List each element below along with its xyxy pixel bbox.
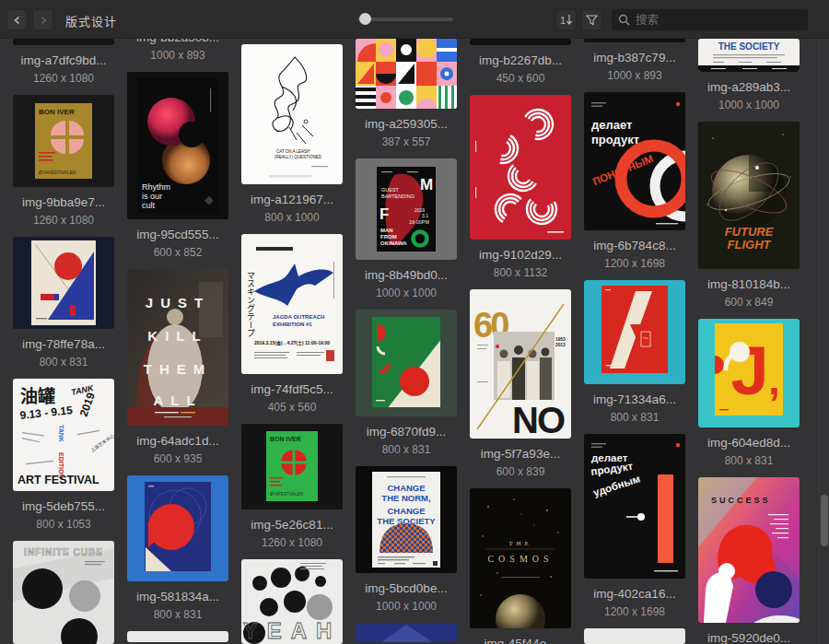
image-thumbnail[interactable] [356,310,457,416]
grid-item[interactable]: CAT ON A LEASH (REALLY) QUESTIONED img-a… [241,44,343,225]
thumbnail-size-slider[interactable] [357,0,453,39]
grid-item[interactable]: BON IVER ØYAFESTIVALEN img-9bba9e7... 12… [13,95,114,228]
image-thumbnail[interactable]: CHANGE THE NORM, CHANGE THE SOCIETY [356,466,457,573]
image-thumbnail[interactable]: JUST KILL THEM ALL [127,269,228,426]
grid-item[interactable]: CHANGE THE NORM, CHANGE THE SOCIETY img-… [356,466,457,614]
image-thumbnail[interactable] [356,39,457,109]
poster-art-red-arcs [470,95,571,240]
image-thumbnail[interactable] [13,237,114,329]
image-thumbnail[interactable]: BON IVER ØYAFESTIVALEN [241,424,343,509]
grid-item[interactable]: THE SOCIETY img-a289ab3... 1000 x 1000 [698,39,800,112]
image-thumbnail[interactable]: YEAH [241,559,343,644]
grid-item[interactable]: img-a259305... 387 x 557 [356,39,457,149]
poster-line1: JAGDA OUTREACH [273,314,324,320]
image-thumbnail[interactable] [584,280,685,384]
image-dimensions: 1000 x 1000 [356,286,457,300]
poster-art-yellow-j: J , [698,319,800,427]
image-dimensions: 600 x 935 [127,451,228,466]
grid-item[interactable] [127,631,228,642]
image-thumbnail[interactable]: 60 1953 2013 NO [470,289,571,439]
scrollbar-gutter [819,39,829,644]
poster-line1: JUST [146,295,210,310]
image-thumbnail[interactable] [584,628,685,644]
poster-footer: ART FESTIVAL [18,474,99,486]
image-dimensions: 1200 x 1698 [584,604,685,619]
grid-item[interactable]: GUEST BARTENDING M F 2019 3.1 19:00PM MA… [356,158,457,300]
image-thumbnail[interactable]: CAT ON A LEASH (REALLY) QUESTIONED [241,44,343,184]
grid-item[interactable]: img-b2267db... 450 x 600 [470,39,571,86]
image-thumbnail[interactable]: 油罐 TANK 9.13 - 9.15 2019 TANK EDITION 上海… [13,379,114,491]
image-thumbnail[interactable]: J , [698,319,800,427]
image-thumbnail[interactable]: делает продукт удобным [584,434,685,579]
grid-item[interactable]: INFINITE CUBE [13,541,114,644]
grid-item[interactable]: J , img-604ed8d... 800 x 831 [698,319,800,468]
sort-button[interactable]: 1 [555,9,577,30]
slider-track[interactable] [357,18,453,21]
grid-item[interactable]: SUCCESS img-5920de0... [698,477,800,644]
back-button[interactable] [6,9,28,30]
grid-item[interactable]: img-9102d29... 800 x 1132 [470,95,571,280]
grid-item[interactable]: FUTURE FLIGHT img-810184b... 600 x 849 [698,122,800,310]
image-thumbnail[interactable]: BON IVER ØYAFESTIVALEN [13,95,114,187]
image-thumbnail[interactable] [127,631,228,642]
grid-item[interactable]: 60 1953 2013 NO img-5f7a93e [470,289,571,479]
image-thumbnail[interactable]: THE SOCIETY [698,39,800,72]
grid-item[interactable]: YEAH [241,559,343,644]
grid-item[interactable] [584,628,685,644]
poster-text-vert1: TANK [58,425,64,442]
image-dimensions: 800 x 831 [698,453,800,468]
image-dimensions: 1260 x 1080 [13,71,114,86]
grid-item[interactable] [356,623,457,642]
image-thumbnail[interactable] [127,475,228,581]
grid-item[interactable]: img-a7dfc9bd... 1260 x 1080 [13,39,114,86]
image-thumbnail[interactable]: FUTURE FLIGHT [698,122,800,269]
poster-letter-f: F [379,205,389,223]
image-filename: img-5920de0... [698,630,800,644]
image-thumbnail[interactable]: GUEST BARTENDING M F 2019 3.1 19:00PM MA… [356,158,457,260]
image-thumbnail[interactable] [470,39,571,45]
grid-item[interactable]: делает продукт удобным img-402ca16... 12… [584,434,685,619]
grid-item[interactable]: マスキングテープ JAGDA OUTREACH EXHIBITION #1 20… [241,234,343,415]
poster-year1: 1953 [555,337,566,342]
image-dimensions: 600 x 852 [127,245,228,260]
poster-art-rhythm-cult: Rhythm is our cult [127,72,228,219]
image-thumbnail[interactable]: Rhythm is our cult [127,72,228,219]
image-thumbnail[interactable] [584,39,685,42]
grid-column-7: THE SOCIETY img-a289ab3... 1000 x 1000 [698,39,800,644]
grid-item[interactable]: 油罐 TANK 9.13 - 9.15 2019 TANK EDITION 上海… [13,379,114,532]
slider-thumb[interactable] [359,13,371,25]
forward-button[interactable] [32,9,53,30]
image-filename: img-5e26c81... [241,517,343,533]
poster-title: BON IVER [39,108,75,116]
grid-item[interactable]: img-581834a... 800 x 831 [127,475,228,622]
search-input[interactable] [636,14,801,27]
image-filename: img-71334a6... [584,392,685,408]
image-thumbnail[interactable]: SUCCESS [698,477,800,623]
grid-item[interactable]: Rhythm is our cult img-95cd555... 600 x … [127,72,228,260]
poster-footer: ØYAFESTIVALEN [270,492,303,497]
grid-item[interactable]: делает продукт ПОНЯТНЫМ img-6b784c8... 1… [584,92,685,271]
grid-item[interactable]: THE COSMOS img-45f44e... [470,488,571,644]
image-thumbnail[interactable]: THE COSMOS [470,488,571,628]
grid-item[interactable]: BON IVER ØYAFESTIVALEN img-5e26c81... 12… [241,424,343,550]
poster-line3: CHANGE [387,506,425,516]
filter-button[interactable] [581,9,602,30]
scrollbar-thumb[interactable] [821,495,828,546]
image-thumbnail[interactable] [13,39,114,45]
image-thumbnail[interactable] [356,623,457,642]
image-thumbnail[interactable]: マスキングテープ JAGDA OUTREACH EXHIBITION #1 20… [241,234,343,374]
image-filename: img-402ca16... [584,586,685,603]
grid-column-1: img-a7dfc9bd... 1260 x 1080 BON IVER ØYA… [13,39,114,644]
image-thumbnail[interactable]: делает продукт ПОНЯТНЫМ [584,92,685,230]
grid-item[interactable]: img-b387c79... 1000 x 893 [584,39,685,83]
image-filename: img-b387c79... [584,50,685,66]
grid-item[interactable]: img-6870fd9... 800 x 831 [356,310,457,457]
poster-line3: cult [142,201,156,210]
grid-item[interactable]: img-78ffe78a... 800 x 831 [13,237,114,369]
grid-item[interactable]: img-71334a6... 800 x 831 [584,280,685,425]
image-thumbnail[interactable]: INFINITE CUBE [13,541,114,644]
poster-art-scribble-cat: CAT ON A LEASH (REALLY) QUESTIONED [241,44,343,184]
image-thumbnail[interactable] [470,95,571,240]
search-box[interactable] [611,8,809,31]
grid-item[interactable]: JUST KILL THEM ALL img-64adc1d... 600 x … [127,269,228,466]
